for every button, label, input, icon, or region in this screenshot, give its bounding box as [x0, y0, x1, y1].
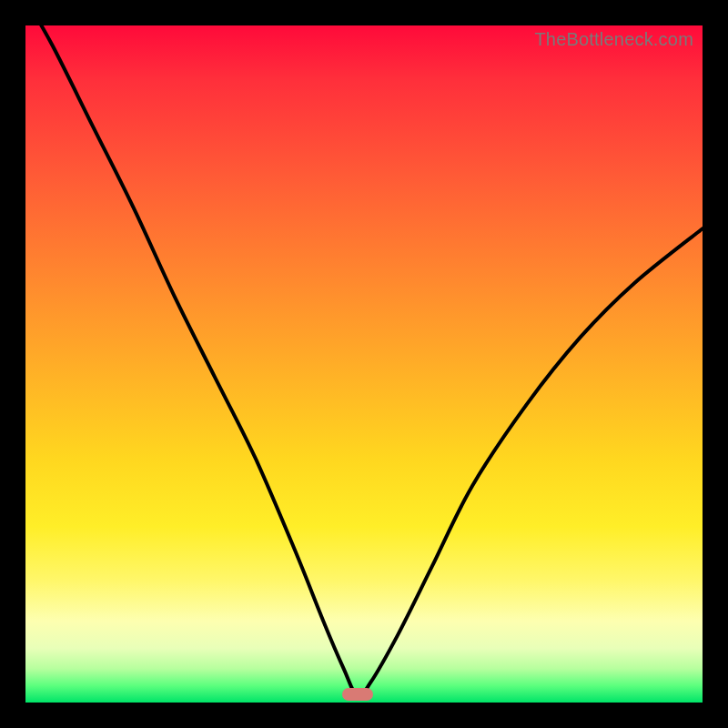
bottleneck-curve	[25, 25, 703, 703]
optimal-marker	[342, 688, 373, 701]
plot-area: TheBottleneck.com	[25, 25, 703, 703]
curve-path	[25, 0, 703, 696]
chart-frame: TheBottleneck.com	[0, 0, 728, 728]
